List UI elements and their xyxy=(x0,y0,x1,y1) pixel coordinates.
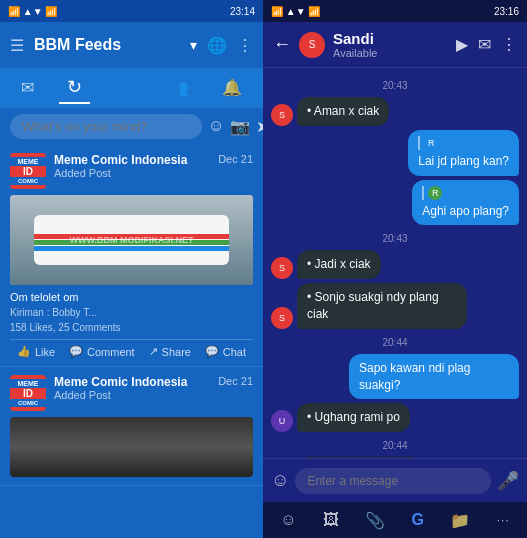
chat-area: 20:43 S • Aman x ciak R Lai jd plang kan… xyxy=(263,68,527,458)
feed-avatar-2: MEME ID COMIC xyxy=(10,375,46,411)
msg-row-received-1: S • Aman x ciak xyxy=(271,97,519,126)
reply-2: R xyxy=(422,186,509,200)
right-panel: 📶 ▲▼ 📶 23:16 ← S Sandi Available ▶ ✉ ⋮ 2… xyxy=(263,0,527,538)
watermark: WWW.BBM MODIFIKASI.NET xyxy=(70,235,194,245)
back-icon[interactable]: ← xyxy=(273,34,291,55)
bottom-more-icon[interactable]: ··· xyxy=(497,513,510,527)
msg-row-received-4: U • Ughang rami po xyxy=(271,403,519,432)
tab-people[interactable]: 👥 xyxy=(161,74,197,103)
msg-row-sent-1: R Lai jd plang kan? xyxy=(271,130,519,176)
msg-row-received-3: S • Sonjo suakgi ndy plang ciak xyxy=(271,283,519,329)
email-icon[interactable]: ✉ xyxy=(478,35,491,54)
msg-bubble-sent-2: R Aghi apo plang? xyxy=(412,180,519,226)
left-header: BBM Feeds ▾ xyxy=(0,22,263,68)
chat-header-icons: ▶ ✉ ⋮ xyxy=(456,35,517,54)
feed-item-1-header: MEME ID COMIC Meme Comic Indonesia Added… xyxy=(10,153,253,189)
feed-stats-1: 158 Likes, 25 Comments xyxy=(10,322,253,333)
msg-row-sent-2: R Aghi apo plang? xyxy=(271,180,519,226)
contact-name: Sandi xyxy=(333,30,448,47)
bottom-emoji-icon[interactable]: ☺ xyxy=(280,511,296,529)
right-status-bar: 📶 ▲▼ 📶 23:16 xyxy=(263,0,527,22)
msg-bubble-received-1: • Aman x ciak xyxy=(297,97,389,126)
right-signal: 📶 ▲▼ 📶 xyxy=(271,6,320,17)
feed-sender-1: Kiriman : Bobby T... xyxy=(10,307,253,318)
smiley-icon[interactable]: ☺ xyxy=(208,117,224,136)
nav-tabs: ✉ ↻ 👤 👥 🔔 xyxy=(0,68,263,108)
msg-avatar-1: S xyxy=(271,104,293,126)
msg-row-received-2: S • Jadi x ciak xyxy=(271,250,519,279)
bottom-attach-icon[interactable]: 📎 xyxy=(365,511,385,530)
bottom-g-icon[interactable]: G xyxy=(412,511,424,529)
feed-name-1: Meme Comic Indonesia xyxy=(54,153,210,167)
feed-image-1: WWW.BBM MODIFIKASI.NET xyxy=(10,195,253,285)
bottom-folder-icon[interactable]: 📁 xyxy=(450,511,470,530)
msg-bubble-sent-3: Sapo kawan ndi plag suakgi? xyxy=(349,354,519,400)
mic-icon[interactable]: 🎤 xyxy=(497,470,519,492)
reply-1: R xyxy=(418,136,509,150)
search-input[interactable] xyxy=(10,114,202,139)
feed-caption-1: Om telolet om xyxy=(10,291,253,303)
msg-row-sent-3: Sapo kawan ndi plag suakgi? xyxy=(271,354,519,400)
search-bar: ☺ 📷 ➤ xyxy=(0,108,263,145)
feeds-title: BBM Feeds xyxy=(34,36,180,54)
like-button[interactable]: 👍 Like xyxy=(17,345,55,358)
feed-avatar-1: MEME ID COMIC xyxy=(10,153,46,189)
contact-avatar: S xyxy=(299,32,325,58)
bottom-image-icon[interactable]: 🖼 xyxy=(323,511,339,529)
msg-time-4: 20:44 xyxy=(271,440,519,451)
feed-item-2-header: MEME ID COMIC Meme Comic Indonesia Added… xyxy=(10,375,253,411)
feed-list: MEME ID COMIC Meme Comic Indonesia Added… xyxy=(0,145,263,538)
feed-actions-1: 👍 Like 💬 Comment ↗ Share 💬 Chat xyxy=(10,339,253,358)
share-button[interactable]: ↗ Share xyxy=(149,345,191,358)
feed-image-2 xyxy=(10,417,253,477)
globe-icon[interactable] xyxy=(207,36,227,55)
contact-info: Sandi Available xyxy=(333,30,448,59)
msg-avatar-4: U xyxy=(271,410,293,432)
feed-subtitle-2: Added Post xyxy=(54,389,210,401)
video-icon[interactable]: ▶ xyxy=(456,35,468,54)
right-time: 23:16 xyxy=(494,6,519,17)
contact-status: Available xyxy=(333,47,448,59)
chat-button[interactable]: 💬 Chat xyxy=(205,345,246,358)
message-input[interactable] xyxy=(295,468,491,494)
msg-avatar-2: S xyxy=(271,257,293,279)
msg-time-1: 20:43 xyxy=(271,80,519,91)
feed-meta-2: Meme Comic Indonesia Added Post xyxy=(54,375,210,401)
search-icons: ☺ 📷 ➤ xyxy=(208,117,263,136)
left-time: 23:14 xyxy=(230,6,255,17)
tab-person[interactable]: 👤 xyxy=(107,74,143,103)
feed-date-2: Dec 21 xyxy=(218,375,253,387)
emoji-icon[interactable]: ☺ xyxy=(271,470,289,491)
feed-item-2: MEME ID COMIC Meme Comic Indonesia Added… xyxy=(0,367,263,486)
comment-button[interactable]: 💬 Comment xyxy=(69,345,135,358)
tab-refresh[interactable]: ↻ xyxy=(59,72,90,104)
msg-bubble-received-2: • Jadi x ciak xyxy=(297,250,381,279)
msg-bubble-received-4: • Ughang rami po xyxy=(297,403,410,432)
feed-meta-1: Meme Comic Indonesia Added Post xyxy=(54,153,210,179)
bottom-nav: ☺ 🖼 📎 G 📁 ··· xyxy=(263,502,527,538)
msg-time-2: 20:43 xyxy=(271,233,519,244)
msg-time-3: 20:44 xyxy=(271,337,519,348)
feed-name-2: Meme Comic Indonesia xyxy=(54,375,210,389)
hamburger-icon[interactable] xyxy=(10,36,24,55)
dropdown-icon[interactable]: ▾ xyxy=(190,37,197,53)
feed-item-1: MEME ID COMIC Meme Comic Indonesia Added… xyxy=(0,145,263,367)
left-panel: 📶 ▲▼ 📶 23:14 BBM Feeds ▾ ✉ ↻ 👤 👥 🔔 ☺ 📷 ➤ xyxy=(0,0,263,538)
more-options-icon[interactable] xyxy=(237,36,253,55)
msg-bubble-received-3: • Sonjo suakgi ndy plang ciak xyxy=(297,283,467,329)
camera-icon[interactable]: 📷 xyxy=(230,117,250,136)
feed-date-1: Dec 21 xyxy=(218,153,253,165)
msg-bubble-received-5: • Sghang ndy x ciak xyxy=(297,457,423,458)
msg-avatar-3: S xyxy=(271,307,293,329)
options-icon[interactable]: ⋮ xyxy=(501,35,517,54)
left-status-bar: 📶 ▲▼ 📶 23:14 xyxy=(0,0,263,22)
tab-bell[interactable]: 🔔 xyxy=(214,74,250,103)
chat-input-area: ☺ 🎤 xyxy=(263,458,527,502)
send-icon[interactable]: ➤ xyxy=(256,117,263,136)
left-signal: 📶 ▲▼ 📶 xyxy=(8,6,57,17)
tab-envelope[interactable]: ✉ xyxy=(13,74,42,103)
feed-subtitle-1: Added Post xyxy=(54,167,210,179)
right-header: ← S Sandi Available ▶ ✉ ⋮ xyxy=(263,22,527,68)
msg-bubble-sent-1: R Lai jd plang kan? xyxy=(408,130,519,176)
